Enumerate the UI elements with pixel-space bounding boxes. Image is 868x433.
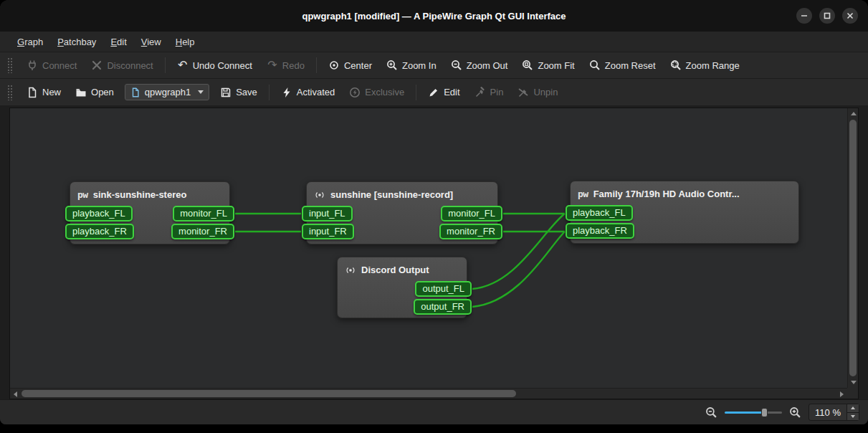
toolbar-handle[interactable] xyxy=(7,57,13,73)
unpin-button[interactable]: Unpin xyxy=(511,83,564,102)
port-input[interactable]: playback_FR xyxy=(65,224,134,239)
exclusive-icon xyxy=(349,87,361,98)
port-output[interactable]: monitor_FR xyxy=(439,224,502,239)
port-row: playback_FL monitor_FL xyxy=(70,206,229,222)
zoom-range-label: Zoom Range xyxy=(686,60,740,71)
zoom-spinbox[interactable]: 110 % xyxy=(809,404,859,421)
new-file-icon xyxy=(27,87,38,98)
activated-button[interactable]: Activated xyxy=(275,83,341,102)
toolbar-separator xyxy=(316,57,317,73)
title-bar: qpwgraph1 [modified] — A PipeWire Graph … xyxy=(0,0,868,32)
zoom-slider-track xyxy=(725,411,782,414)
port-output[interactable]: monitor_FL xyxy=(441,206,502,222)
scroll-down-arrow[interactable] xyxy=(848,377,859,388)
pin-icon xyxy=(474,87,486,98)
zoom-in-small-icon[interactable] xyxy=(789,406,801,419)
connect-label: Connect xyxy=(42,60,77,71)
save-button[interactable]: Save xyxy=(214,83,264,102)
port-input[interactable]: playback_FR xyxy=(566,223,634,239)
node-title-row: Discord Output xyxy=(338,257,467,279)
port-row: playback_FR xyxy=(571,223,798,239)
minimize-button[interactable] xyxy=(796,8,812,24)
close-button[interactable] xyxy=(842,8,858,24)
connect-button[interactable]: Connect xyxy=(20,56,83,75)
horizontal-scrollbar-thumb[interactable] xyxy=(22,390,516,397)
menu-patchbay[interactable]: Patchbay xyxy=(50,33,103,51)
port-input[interactable]: input_FL xyxy=(302,206,353,222)
toolbar-separator xyxy=(416,85,416,100)
vertical-scrollbar[interactable] xyxy=(847,108,858,388)
open-label: Open xyxy=(91,87,114,97)
disconnect-label: Disconnect xyxy=(107,60,153,71)
menu-view[interactable]: View xyxy=(134,33,168,51)
node-title: sink-sunshine-stereo xyxy=(93,189,187,200)
maximize-button[interactable] xyxy=(819,8,835,24)
menu-graph[interactable]: Graph xyxy=(10,33,50,51)
zoom-reset-button[interactable]: Zoom Reset xyxy=(583,56,662,75)
activated-label: Activated xyxy=(297,87,335,97)
port-row: input_FR monitor_FR xyxy=(307,224,497,239)
port-input[interactable]: input_FR xyxy=(302,224,354,239)
redo-button[interactable]: ↷ Redo xyxy=(260,56,311,75)
port-output[interactable]: monitor_FL xyxy=(173,206,234,222)
scroll-up-arrow[interactable] xyxy=(848,108,859,119)
exclusive-button[interactable]: Exclusive xyxy=(343,83,411,102)
disconnect-button[interactable]: Disconnect xyxy=(85,56,159,75)
unpin-label: Unpin xyxy=(533,87,558,97)
node-title: sunshine [sunshine-record] xyxy=(330,189,453,200)
port-output[interactable]: monitor_FR xyxy=(171,224,234,239)
status-bar: 110 % xyxy=(0,399,868,424)
pin-button[interactable]: Pin xyxy=(468,83,510,102)
graph-canvas[interactable]: pw sink-sunshine-stereo playback_FL moni… xyxy=(9,108,859,399)
scroll-left-arrow[interactable] xyxy=(10,389,21,399)
port-input[interactable]: playback_FL xyxy=(65,206,133,222)
port-input[interactable]: playback_FL xyxy=(566,205,633,221)
center-label: Center xyxy=(344,60,372,71)
speaker-icon xyxy=(345,265,356,276)
edit-button[interactable]: Edit xyxy=(421,83,466,102)
zoom-out-icon xyxy=(451,60,462,71)
zoom-spin-up[interactable] xyxy=(847,404,859,412)
zoom-fit-icon xyxy=(522,60,533,71)
zoom-slider-handle[interactable] xyxy=(761,408,768,417)
unpin-icon xyxy=(518,87,529,98)
node-family-hd-audio[interactable]: pw Family 17h/19h HD Audio Contr... play… xyxy=(570,181,799,244)
patchbay-select[interactable]: qpwgraph1 xyxy=(125,84,209,100)
save-floppy-icon xyxy=(220,87,232,98)
spin-arrows xyxy=(846,404,859,420)
menu-help[interactable]: Help xyxy=(168,33,202,51)
open-button[interactable]: Open xyxy=(69,83,120,102)
zoom-in-button[interactable]: Zoom In xyxy=(380,56,443,75)
port-output[interactable]: output_FR xyxy=(414,299,472,315)
menu-edit[interactable]: Edit xyxy=(103,33,133,51)
zoom-out-small-icon[interactable] xyxy=(705,406,717,419)
horizontal-scrollbar[interactable] xyxy=(10,388,847,399)
window-controls xyxy=(796,8,858,24)
app-window: qpwgraph1 [modified] — A PipeWire Graph … xyxy=(0,0,868,424)
chevron-down-icon xyxy=(198,90,204,94)
exclusive-label: Exclusive xyxy=(365,87,404,97)
center-button[interactable]: Center xyxy=(322,56,378,75)
undo-icon: ↶ xyxy=(177,60,189,71)
zoom-slider[interactable] xyxy=(725,406,782,418)
zoom-fit-button[interactable]: Zoom Fit xyxy=(515,56,581,75)
zoom-out-button[interactable]: Zoom Out xyxy=(444,56,515,75)
node-sink-sunshine-stereo[interactable]: pw sink-sunshine-stereo playback_FL moni… xyxy=(70,181,230,244)
node-sunshine[interactable]: sunshine [sunshine-record] input_FL moni… xyxy=(306,181,498,244)
new-button[interactable]: New xyxy=(20,83,67,102)
port-output[interactable]: output_FL xyxy=(415,281,472,297)
patchbay-toolbar: New Open qpwgraph1 Save xyxy=(0,79,868,106)
zoom-range-icon xyxy=(670,60,682,71)
zoom-fit-label: Zoom Fit xyxy=(538,60,574,71)
toolbar-handle[interactable] xyxy=(7,85,13,100)
node-discord-output[interactable]: Discord Output output_FL output_FR xyxy=(337,257,467,318)
pipewire-logo-icon: pw xyxy=(77,189,88,200)
pin-label: Pin xyxy=(490,87,504,97)
undo-connect-button[interactable]: ↶ Undo Connect xyxy=(171,56,259,75)
zoom-spin-down[interactable] xyxy=(847,412,859,421)
zoom-range-button[interactable]: Zoom Range xyxy=(664,56,746,75)
node-title: Discord Output xyxy=(361,265,429,275)
redo-icon: ↷ xyxy=(267,60,278,71)
vertical-scrollbar-thumb[interactable] xyxy=(849,120,857,376)
scroll-right-arrow[interactable] xyxy=(836,389,847,399)
